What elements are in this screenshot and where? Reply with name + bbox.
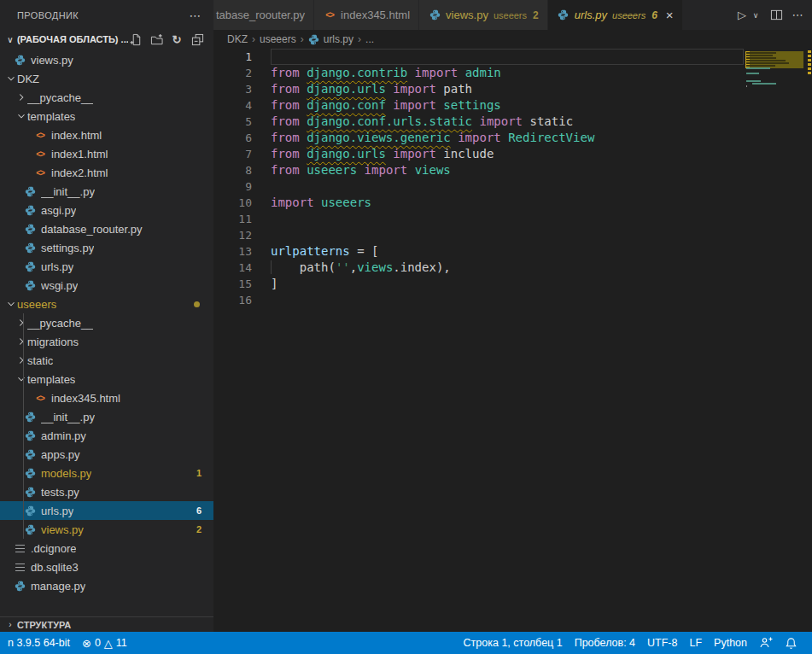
- new-file-icon[interactable]: [128, 32, 143, 47]
- tree-item-views-py[interactable]: views.py: [0, 50, 213, 69]
- line-number: 1: [213, 50, 252, 63]
- minimap-line: [746, 73, 759, 74]
- minimap[interactable]: [745, 49, 807, 632]
- status-language-mode[interactable]: Python: [708, 632, 753, 654]
- tree-item-label: views.py: [31, 54, 73, 67]
- breadcrumb-item--[interactable]: ...: [365, 33, 374, 45]
- tree-item-index-html[interactable]: <>index.html: [0, 126, 213, 144]
- tree-item-db-sqlite3[interactable]: db.sqlite3: [0, 558, 213, 576]
- breadcrumb: DKZ›useeers›urls.py›...: [213, 30, 812, 49]
- chevron-down-icon: [5, 298, 17, 310]
- code-line: 12: [213, 227, 812, 243]
- tree-item-label: manage.py: [31, 580, 85, 593]
- explorer-more-icon[interactable]: ⋯: [190, 9, 202, 22]
- code-line: 9: [213, 178, 812, 195]
- tree-item--pycache-[interactable]: __pycache__: [0, 88, 213, 107]
- close-icon[interactable]: ×: [666, 9, 674, 21]
- status-encoding[interactable]: UTF-8: [641, 632, 683, 654]
- more-actions-icon[interactable]: ⋯: [792, 6, 803, 25]
- workspace-section-header[interactable]: ∨ (РАБОЧАЯ ОБЛАСТЬ) ... ↻: [0, 30, 213, 49]
- html-file-icon: <>: [33, 147, 47, 161]
- text-file-icon: [13, 560, 26, 574]
- tree-item-settings-py[interactable]: settings.py: [0, 238, 213, 257]
- tree-item-index345-html[interactable]: <>index345.html: [0, 388, 213, 407]
- tab-description: useeers: [612, 10, 646, 20]
- tree-item-urls-py[interactable]: urls.py6: [0, 501, 213, 520]
- html-file-icon: <>: [33, 391, 47, 405]
- tree-item-label: tests.py: [41, 486, 79, 499]
- line-number: 2: [213, 67, 252, 79]
- html-file-icon: <>: [33, 128, 47, 142]
- tree-item-label: apps.py: [41, 448, 80, 461]
- html-file-icon: <>: [33, 166, 47, 179]
- tree-item-useeers[interactable]: useeers: [0, 295, 213, 313]
- tree-item-urls-py[interactable]: urls.py: [0, 257, 213, 276]
- tab-urls-py[interactable]: urls.pyuseeers6×: [548, 0, 683, 30]
- tree-item-models-py[interactable]: models.py1: [0, 464, 213, 482]
- status-indentation[interactable]: Пробелов: 4: [569, 632, 641, 654]
- tree-item-admin-py[interactable]: admin.py: [0, 426, 213, 445]
- code-line-content: ]: [271, 276, 744, 292]
- status-left: n 3.9.5 64-bit⊗0△11: [2, 632, 133, 654]
- chevron-down-icon: [15, 373, 27, 385]
- tree-item--init-py[interactable]: __init__.py: [0, 407, 213, 426]
- new-folder-icon[interactable]: [149, 32, 164, 47]
- explorer-sidebar: ПРОВОДНИК ⋯ ∨ (РАБОЧАЯ ОБЛАСТЬ) ... ↻ vi…: [0, 0, 213, 632]
- tree-item-templates[interactable]: templates: [0, 370, 213, 388]
- tree-item-wsgi-py[interactable]: wsgi.py: [0, 276, 213, 295]
- tree-item-views-py[interactable]: views.py2: [0, 520, 213, 539]
- python-file-icon: [23, 466, 37, 480]
- tab-views-py[interactable]: views.pyuseeers2: [419, 0, 548, 30]
- tree-item--init-py[interactable]: __init__.py: [0, 182, 213, 201]
- python-file-icon: [23, 278, 37, 292]
- feedback-icon[interactable]: [753, 632, 779, 654]
- code-line: 5from django.conf.urls.static import sta…: [213, 114, 812, 130]
- status-bar: n 3.9.5 64-bit⊗0△11Строка 1, столбец 1Пр…: [0, 632, 812, 654]
- tree-item-asgi-py[interactable]: asgi.py: [0, 201, 213, 219]
- tree-item-dkz[interactable]: DKZ: [0, 69, 213, 88]
- breadcrumb-separator: ›: [252, 33, 255, 45]
- run-dropdown-icon[interactable]: ∨: [750, 6, 762, 25]
- tree-item-manage-py[interactable]: manage.py: [0, 576, 213, 595]
- outline-section-header[interactable]: › СТРУКТУРА: [0, 616, 213, 632]
- breadcrumb-item-urls-py[interactable]: urls.py: [308, 33, 353, 45]
- tree-item-label: database_roouter.py: [41, 223, 143, 236]
- split-editor-icon[interactable]: [770, 6, 783, 25]
- tree-item--pycache-[interactable]: __pycache__: [0, 313, 213, 332]
- tree-item-index2-html[interactable]: <>index2.html: [0, 163, 213, 182]
- bell-icon[interactable]: [779, 632, 803, 654]
- status-problems[interactable]: ⊗0△11: [76, 632, 133, 654]
- ruler-warning-mark: [808, 63, 811, 66]
- editor-tab-bar: tabase_roouter.py<>index345.htmlviews.py…: [213, 0, 812, 30]
- tree-item-static[interactable]: static: [0, 351, 213, 370]
- code-editor[interactable]: 12from django.contrib import admin3from …: [213, 49, 812, 632]
- status-eol[interactable]: LF: [683, 632, 708, 654]
- tree-item-apps-py[interactable]: apps.py: [0, 445, 213, 464]
- status-python-interpreter[interactable]: n 3.9.5 64-bit: [2, 632, 76, 654]
- tree-item-database-roouter-py[interactable]: database_roouter.py: [0, 219, 213, 238]
- tree-item-index1-html[interactable]: <>index1.html: [0, 144, 213, 163]
- code-line-content: [271, 49, 744, 65]
- breadcrumb-item-dkz[interactable]: DKZ: [227, 33, 248, 45]
- warning-icon: △: [104, 637, 113, 650]
- tree-item-templates[interactable]: templates: [0, 107, 213, 126]
- python-file-icon: [557, 9, 570, 22]
- collapse-all-icon[interactable]: [190, 32, 205, 47]
- breadcrumb-separator: ›: [301, 33, 304, 45]
- tab-tabase-roouter-py[interactable]: tabase_roouter.py: [213, 0, 314, 30]
- tree-item--dcignore[interactable]: .dcignore: [0, 539, 213, 558]
- code-line-content: from django.conf import settings: [271, 97, 744, 114]
- code-line-content: [271, 292, 744, 308]
- tree-item-label: __pycache__: [27, 317, 93, 330]
- run-python-file-icon[interactable]: ▷: [736, 6, 748, 25]
- error-count: 0: [95, 637, 101, 649]
- tree-item-tests-py[interactable]: tests.py: [0, 482, 213, 501]
- tab-index345-html[interactable]: <>index345.html: [314, 0, 419, 30]
- breadcrumb-item-useeers[interactable]: useeers: [260, 33, 296, 45]
- tree-item-migrations[interactable]: migrations: [0, 332, 213, 351]
- tab-problems-badge: 2: [533, 9, 539, 21]
- refresh-icon[interactable]: ↻: [169, 32, 184, 47]
- status-cursor-position[interactable]: Строка 1, столбец 1: [458, 632, 569, 654]
- python-file-icon: [23, 523, 37, 536]
- explorer-title: ПРОВОДНИК: [17, 10, 79, 20]
